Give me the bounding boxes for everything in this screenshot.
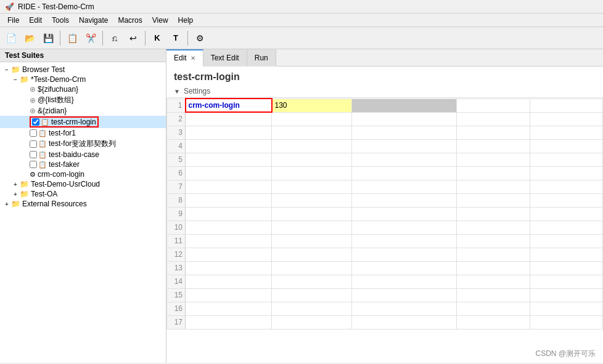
row-num-1: 1 bbox=[167, 99, 186, 112]
row-num-2: 2 bbox=[167, 112, 186, 126]
tab-run-label: Run bbox=[255, 54, 268, 62]
checkbox-test-crm-login[interactable] bbox=[32, 118, 39, 126]
label-test-crm-login: test-crm-login bbox=[51, 118, 96, 126]
menu-navigate[interactable]: Navigate bbox=[74, 15, 113, 26]
row-num-10: 10 bbox=[167, 220, 186, 234]
tree-item-test-fibonacci[interactable]: 📋 test-for斐波那契数列 bbox=[0, 138, 166, 150]
test-icon-crm-login: 📋 bbox=[41, 118, 49, 126]
new-button[interactable]: 📄 bbox=[2, 30, 20, 47]
checkbox-faker[interactable] bbox=[30, 161, 37, 168]
table-row: 14 bbox=[167, 275, 603, 288]
right-panel: Edit ✕ Text Edit Run test-crm-login ▼ Se… bbox=[166, 49, 603, 363]
toggle-usrcloud[interactable]: + bbox=[11, 181, 20, 188]
tab-edit-close[interactable]: ✕ bbox=[191, 55, 195, 62]
toggle-browser-test[interactable]: − bbox=[2, 67, 11, 73]
cell-2-1[interactable] bbox=[186, 112, 272, 126]
row-num-6: 6 bbox=[167, 166, 186, 180]
tab-edit-label: Edit bbox=[174, 54, 187, 62]
table-row: 3 bbox=[167, 126, 603, 139]
tab-run[interactable]: Run bbox=[247, 49, 276, 67]
cut-button[interactable]: ✂️ bbox=[82, 30, 99, 47]
tree-item-test-oa[interactable]: + 📁 Test-OA bbox=[0, 189, 166, 199]
cell-2-4[interactable] bbox=[457, 112, 530, 126]
menu-help[interactable]: Help bbox=[173, 15, 199, 26]
grid-area: 1 crm-com-login 130 2 bbox=[166, 97, 603, 363]
tree-item-external[interactable]: + 📁 External Resources bbox=[0, 199, 166, 209]
tree-item-faker[interactable]: 📋 test-faker bbox=[0, 160, 166, 169]
tree-item-baidu[interactable]: 📋 test-baidu-case bbox=[0, 150, 166, 160]
label-faker: test-faker bbox=[49, 160, 80, 169]
settings-label: Settings bbox=[184, 87, 210, 95]
label-browser-test: Browser Test bbox=[22, 65, 65, 74]
table-row: 9 bbox=[167, 207, 603, 220]
row-num-3: 3 bbox=[167, 126, 186, 139]
menu-macros[interactable]: Macros bbox=[113, 15, 147, 26]
toggle-test-demo-crm[interactable]: − bbox=[11, 76, 20, 83]
label-zidian: &{zidian} bbox=[38, 107, 67, 115]
folder-icon: 📁 bbox=[11, 65, 20, 74]
cell-2-2[interactable] bbox=[272, 112, 352, 126]
menu-view[interactable]: View bbox=[147, 15, 173, 26]
cell-value-1[interactable]: 130 bbox=[272, 99, 352, 112]
tab-edit[interactable]: Edit ✕ bbox=[166, 49, 203, 67]
cell-keyword-1[interactable]: crm-com-login bbox=[186, 99, 272, 112]
table-row: 4 bbox=[167, 139, 603, 153]
table-row: 1 crm-com-login 130 bbox=[167, 99, 603, 112]
k-button[interactable]: K bbox=[149, 30, 166, 47]
checkbox-fibonacci[interactable] bbox=[30, 140, 37, 148]
cell-empty-1b[interactable] bbox=[530, 99, 603, 112]
table-row: 2 bbox=[167, 112, 603, 126]
menu-edit[interactable]: Edit bbox=[24, 15, 47, 26]
tree-item-usrcloud[interactable]: + 📁 Test-Demo-UsrCloud bbox=[0, 179, 166, 189]
save-button[interactable]: 💾 bbox=[39, 30, 57, 47]
settings-row[interactable]: ▼ Settings bbox=[166, 85, 603, 97]
var-icon-list: ⊕ bbox=[30, 96, 36, 105]
cell-2-3[interactable] bbox=[352, 112, 457, 126]
redo-button[interactable]: ↩ bbox=[125, 30, 142, 47]
tree-item-crm-com-login[interactable]: ⚙ crm-com-login bbox=[0, 169, 166, 179]
copy-button[interactable]: 📋 bbox=[64, 30, 81, 47]
tree-item-test-for1[interactable]: 📋 test-for1 bbox=[0, 128, 166, 138]
tree-item-test-crm-login[interactable]: 📋 test-crm-login bbox=[0, 116, 166, 128]
undo-button[interactable]: ⎌ bbox=[106, 30, 123, 47]
sep4 bbox=[187, 31, 188, 46]
checkbox-baidu[interactable] bbox=[30, 151, 37, 158]
var-icon-zifuchuan: ⊕ bbox=[30, 85, 36, 94]
row-num-8: 8 bbox=[167, 193, 186, 207]
label-baidu: test-baidu-case bbox=[49, 150, 99, 159]
toggle-test-oa[interactable]: + bbox=[11, 191, 20, 198]
folder-icon-external: 📁 bbox=[11, 200, 20, 208]
toggle-external[interactable]: + bbox=[2, 201, 11, 208]
row-num-4: 4 bbox=[167, 139, 186, 153]
settings-toggle-icon[interactable]: ▼ bbox=[174, 88, 180, 95]
table-row: 11 bbox=[167, 234, 603, 248]
cell-2-5[interactable] bbox=[530, 112, 603, 126]
content-area: test-crm-login ▼ Settings 1 crm-com-logi… bbox=[166, 67, 603, 363]
row-num-9: 9 bbox=[167, 207, 186, 220]
settings-button[interactable]: ⚙ bbox=[191, 30, 208, 47]
t-button[interactable]: T bbox=[167, 30, 184, 47]
tree-item-zifuchuan[interactable]: ⊕ ${zifuchuan} bbox=[0, 84, 166, 94]
checkbox-test-for1[interactable] bbox=[30, 129, 37, 137]
menu-file[interactable]: File bbox=[2, 15, 24, 26]
tree-item-list-group[interactable]: ⊕ @{list数组} bbox=[0, 94, 166, 106]
row-num-7: 7 bbox=[167, 180, 186, 193]
label-crm-com-login: crm-com-login bbox=[38, 170, 84, 179]
tree-item-zidian[interactable]: ⊕ &{zidian} bbox=[0, 106, 166, 116]
row-num-13: 13 bbox=[167, 261, 186, 275]
cell-blurred-1[interactable] bbox=[352, 99, 457, 112]
tab-text-edit-label: Text Edit bbox=[211, 54, 239, 62]
cell-empty-1a[interactable] bbox=[457, 99, 530, 112]
test-icon-baidu: 📋 bbox=[38, 151, 47, 159]
open-button[interactable]: 📂 bbox=[21, 30, 38, 47]
tree-item-browser-test[interactable]: − 📁 Browser Test bbox=[0, 65, 166, 75]
table-row: 15 bbox=[167, 288, 603, 302]
table-row: 16 bbox=[167, 302, 603, 315]
table-row: 8 bbox=[167, 193, 603, 207]
row-num-12: 12 bbox=[167, 248, 186, 261]
grid-table: 1 crm-com-login 130 2 bbox=[166, 98, 603, 330]
tree-item-test-demo-crm[interactable]: − 📁 *Test-Demo-Crm bbox=[0, 75, 166, 84]
menu-tools[interactable]: Tools bbox=[47, 15, 74, 26]
table-row: 17 bbox=[167, 315, 603, 329]
tab-text-edit[interactable]: Text Edit bbox=[203, 49, 247, 67]
